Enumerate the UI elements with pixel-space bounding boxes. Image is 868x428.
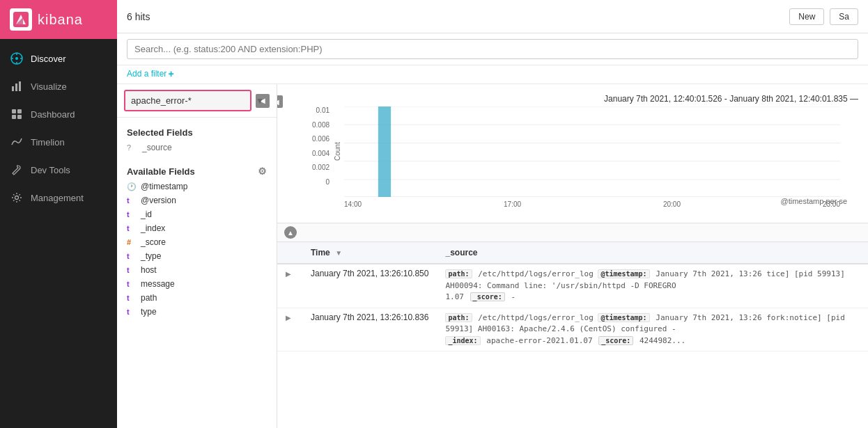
path-value-1: /etc/httpd/logs/error_log [478,313,598,322]
field-name-path: path [141,293,157,303]
field-type-t-icon-3: t [127,252,135,260]
svg-rect-21 [378,106,391,197]
score-value-0: - [511,292,516,301]
chart-date-range: January 7th 2021, 12:40:01.526 - January… [604,94,858,104]
collapse-button[interactable]: ◀ [256,94,270,108]
field-item-timestamp[interactable]: 🕐 @timestamp [117,180,277,193]
selected-field-source: ? _source [117,141,277,154]
chart-y-axis-label: Count [334,106,341,197]
row-expand-btn-0[interactable]: ▶ [286,270,291,278]
y-label-4: 0.008 [312,121,330,129]
sidebar-item-discover-label: Discover [31,54,66,64]
y-label-5: 0.01 [316,106,330,114]
field-type-question-icon: ? [127,143,138,152]
field-name-message: message [141,279,175,289]
svg-rect-7 [12,86,14,91]
compass-icon [10,51,24,65]
timestamp-label-1: @timestamp: [598,313,649,322]
table-row: ▶ January 7th 2021, 13:26:10.836 path: /… [277,308,868,351]
scroll-controls: ▲ [277,223,868,242]
field-item-score[interactable]: # _score [117,235,277,249]
field-name-id: _id [141,209,152,219]
field-item-host[interactable]: t host [117,263,277,277]
table-col-expand [277,242,302,264]
sidebar-item-devtools-label: Dev Tools [31,165,70,175]
svg-point-2 [15,57,18,60]
field-item-message[interactable]: t message [117,277,277,291]
fields-area: Selected Fields ? _source Available Fiel… [117,118,277,428]
row-expand-btn-1[interactable]: ▶ [286,314,291,322]
score-value-1: 4244982... [640,336,685,345]
field-item-type[interactable]: t _type [117,249,277,263]
field-type-t-icon-0: t [127,196,135,205]
new-button[interactable]: New [789,8,824,25]
svg-rect-9 [19,81,21,91]
field-type-t-icon-2: t [127,224,135,232]
index-value-1: apache-error-2021.01.07 [486,336,597,345]
x-label-23: 23:00 [823,200,840,208]
add-filter-plus-icon: + [168,68,173,79]
field-item-path[interactable]: t path [117,291,277,305]
svg-rect-8 [15,84,17,91]
timestamp-value-1: January 7th 2021, 13:26 [656,313,761,322]
field-type-t-icon-7: t [127,308,135,316]
svg-point-14 [15,196,19,200]
selected-field-source-name: _source [142,143,172,152]
sidebar-item-dashboard[interactable]: Dashboard [0,100,117,128]
score-label-1: _score: [598,336,633,345]
field-name-version: @version [141,196,176,205]
hits-count: 6 hits [127,11,150,22]
selected-fields-title: Selected Fields [127,127,193,138]
gear-icon [10,191,24,205]
sidebar-item-dashboard-label: Dashboard [31,109,75,120]
svg-rect-13 [17,115,22,119]
svg-rect-10 [12,109,16,113]
top-bar-actions: New Sa [789,8,858,25]
field-item-index[interactable]: t _index [117,221,277,235]
sidebar-item-discover[interactable]: Discover [0,45,117,72]
field-name-score: _score [141,237,166,247]
add-filter-link[interactable]: Add a filter + [127,68,174,79]
sidebar-item-devtools[interactable]: Dev Tools [0,156,117,184]
sidebar-item-visualize[interactable]: Visualize [0,72,117,100]
time-sort-icon: ▼ [335,249,342,257]
save-button[interactable]: Sa [830,8,858,25]
index-selector: apache_error-* ▼ ◀ [117,84,277,118]
chart-area: ◀ January 7th 2021, 12:40:01.526 - Janua… [277,84,868,223]
y-label-2: 0.004 [312,150,330,157]
row-source-1: path: /etc/httpd/logs/error_log @timesta… [437,308,868,351]
sidebar-item-management[interactable]: Management [0,184,117,212]
results-table-area: Time ▼ _source ▶ [277,242,868,428]
bar-chart-icon [10,79,24,93]
field-item-version[interactable]: t @version [117,193,277,207]
field-name-timestamp: @timestamp [141,182,188,191]
sidebar-item-management-label: Management [31,193,84,203]
available-fields-gear-icon[interactable]: ⚙ [258,166,267,177]
chart-x-axis: 14:00 17:00 20:00 23:00 [344,200,840,208]
field-item-id[interactable]: t _id [117,207,277,221]
available-fields-title: Available Fields [127,166,195,177]
field-item-type2[interactable]: t type [117,305,277,319]
scroll-up-button[interactable]: ▲ [284,226,297,239]
table-col-time[interactable]: Time ▼ [302,242,437,264]
search-input[interactable] [127,39,858,59]
chart-y-axis: 0.01 0.008 0.006 0.004 0.002 0 [312,106,330,197]
field-type-hash-icon: # [127,238,135,246]
row-source-0: path: /etc/httpd/logs/error_log @timesta… [437,264,868,308]
index-pattern-select[interactable]: apache_error-* [124,90,251,111]
results-table: Time ▼ _source ▶ [277,242,868,351]
chart-collapse-btn[interactable]: ◀ [277,95,283,108]
sidebar-nav: Discover Visualize [0,39,117,428]
path-label-1: path: [445,313,472,322]
x-label-14: 14:00 [344,200,362,208]
table-row: ▶ January 7th 2021, 13:26:10.850 path: /… [277,264,868,308]
chart-svg-wrapper: 14:00 17:00 20:00 23:00 [344,106,840,197]
top-bar: 6 hits New Sa [117,0,868,33]
timestamp-label-0: @timestamp: [598,269,649,278]
field-name-type: _type [141,251,161,261]
y-label-0: 0 [325,178,330,186]
sidebar-item-timelion[interactable]: Timelion [0,128,117,156]
field-clock-icon: 🕐 [127,182,135,191]
field-name-type2: type [141,307,157,317]
main-content: 6 hits New Sa Add a filter + a [117,0,868,428]
